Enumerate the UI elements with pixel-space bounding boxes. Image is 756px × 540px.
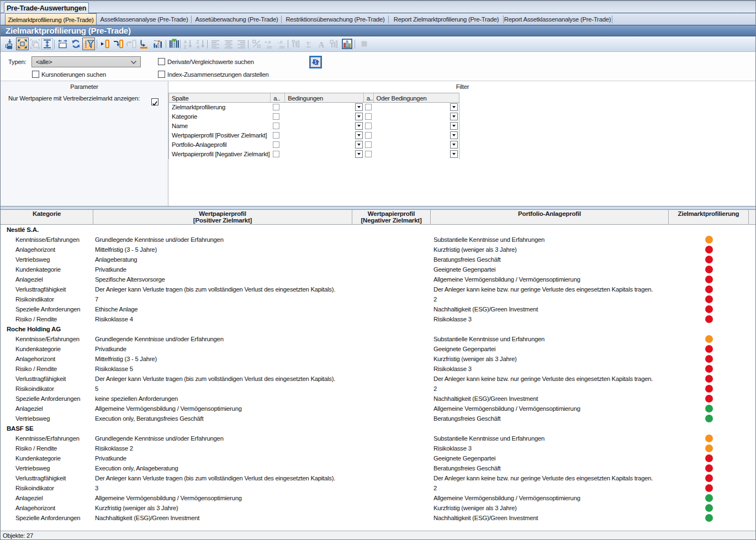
group-header-row[interactable]: Roche Holding AG [1, 324, 756, 334]
grid-row[interactable]: AnlagezielAllgemeine Vermögensbildung / … [1, 493, 756, 503]
toolbar-refresh-button[interactable] [70, 38, 82, 50]
sub-tab-1[interactable]: Zielmarktprofilierung (Pre-Trade) [5, 13, 97, 25]
or-condition-dropdown-button[interactable] [450, 113, 458, 120]
grid-row[interactable]: KundenkategoriePrivatkundeGeeignete Gege… [1, 344, 756, 354]
grid-row[interactable]: Spezielle Anforderungenkeine speziellen … [1, 394, 756, 404]
grid-row[interactable]: AnlagezielSpezifische AltersvorsorgeAllg… [1, 274, 756, 284]
filter-active-checkbox[interactable] [273, 141, 279, 148]
toolbar-drill-down-button[interactable] [138, 38, 150, 50]
show-only-checkbox[interactable] [151, 98, 158, 105]
toolbar-fit-height-button[interactable] [41, 38, 53, 50]
grid-row[interactable]: VerlusttragfähigkeitDer Anleger kann Ver… [1, 374, 756, 384]
toolbar-show-hierarchy-button[interactable] [168, 38, 179, 50]
filter-or-active-checkbox[interactable] [365, 123, 372, 129]
grid-column-header[interactable]: Wertpapierprofil[Negativer Zielmarkt] [352, 210, 431, 224]
or-condition-dropdown-button[interactable] [450, 141, 458, 149]
filter-column-header[interactable]: a.. [271, 93, 285, 102]
kursnotierungen-checkbox[interactable] [32, 71, 39, 78]
grid-row[interactable]: VerlusttragfähigkeitDer Anleger kann Ver… [1, 473, 756, 483]
grid-row[interactable]: AnlagehorizontMittelfristig (3 - 5 Jahre… [1, 354, 756, 364]
grid-column-header[interactable]: Zielmarktprofilierung [669, 210, 749, 224]
condition-dropdown-button[interactable] [355, 131, 363, 139]
grid-row[interactable]: Spezielle AnforderungenEthische AnlageNa… [1, 304, 756, 314]
grid-row[interactable]: KundenkategoriePrivatkundeGeeignete Gege… [1, 453, 756, 463]
group-header-row[interactable]: BASF SE [1, 423, 756, 433]
toolbar-auto-column-width-button[interactable] [57, 38, 68, 50]
grid-row[interactable]: Risiko / RenditeRisikoklasse 2Risikoklas… [1, 443, 756, 453]
horizontal-splitter[interactable] [1, 206, 756, 210]
grid-row[interactable]: Risiko / RenditeRisikoklasse 5Risikoklas… [1, 364, 756, 374]
index-checkbox[interactable] [158, 71, 165, 78]
toolbar-attach-hierarchy-button[interactable] [4, 38, 16, 50]
grid-row[interactable]: Spezielle AnforderungenNachhaltigkeit (E… [1, 513, 756, 523]
condition-dropdown-button[interactable] [355, 113, 363, 120]
grid-row[interactable]: AnlagehorizontMittelfristig (3 - 5 Jahre… [1, 245, 756, 255]
sub-tab-5[interactable]: Report Zielmarktprofilierung (Pre-Trade) [389, 13, 504, 25]
grid-row[interactable]: Kenntnisse/ErfahrungenGrundlegende Kennt… [1, 235, 756, 245]
filter-active-checkbox[interactable] [273, 113, 279, 120]
grid-row[interactable]: AnlagehorizontKurzfristig (weniger als 3… [1, 503, 756, 513]
sub-tab-2[interactable]: Assetklassenanalyse (Pre-Trade) [97, 13, 192, 25]
or-condition-dropdown-button[interactable] [450, 103, 458, 111]
toolbar-hierarchy-chart-button[interactable] [152, 38, 163, 50]
sub-tab-6[interactable]: Report Assetklassenanalyse (Pre-Trade) [504, 13, 611, 25]
grid-row[interactable]: KundenkategoriePrivatkundeGeeignete Gege… [1, 264, 756, 274]
cell-positiver-zielmarkt: Allgemeine Vermögensbildung / Vermögenso… [93, 493, 352, 503]
align-left-icon [210, 38, 221, 50]
sub-tab-4[interactable]: Restriktionsüberwachung (Pre-Trade) [282, 13, 389, 25]
filter-column-header[interactable]: Spalte [169, 93, 271, 102]
grid-row[interactable]: Risikoindikator32 [1, 483, 756, 493]
grid-row[interactable]: VertriebswegExecution only, Anlageberatu… [1, 463, 756, 473]
or-condition-dropdown-button[interactable] [450, 131, 458, 139]
cell-portfolio-anlageprofil: 2 [431, 483, 669, 493]
filter-or-active-cell [364, 103, 374, 112]
grid-column-header[interactable]: Kategorie [1, 210, 93, 224]
cell-negativer-zielmarkt [352, 354, 431, 364]
grid-column-header[interactable]: Wertpapierprofil[Positiver Zielmarkt] [93, 210, 352, 224]
typen-select[interactable]: <alle> [31, 56, 141, 67]
filter-or-active-checkbox[interactable] [365, 104, 372, 110]
grid-row[interactable]: AnlagezielAllgemeine Vermögensbildung / … [1, 404, 756, 414]
tab-pre-trade-auswertungen[interactable]: Pre-Trade-Auswertungen [4, 2, 89, 13]
derivate-checkbox[interactable] [158, 58, 165, 65]
grid-row[interactable]: VertriebswegExecution only, Beratungsfre… [1, 414, 756, 423]
filter-column-header[interactable]: Bedingungen [285, 93, 363, 102]
filter-active-checkbox[interactable] [273, 104, 279, 110]
grid-row[interactable]: VerlusttragfähigkeitDer Anleger kann Ver… [1, 284, 756, 294]
or-condition-dropdown-button[interactable] [450, 122, 458, 130]
toolbar-step-into-button[interactable] [99, 38, 111, 50]
toolbar-filter-button[interactable] [82, 38, 95, 50]
or-condition-dropdown-button[interactable] [450, 150, 458, 158]
filter-or-active-checkbox[interactable] [365, 151, 372, 157]
filter-column-header[interactable]: Oder Bedingungen [374, 93, 459, 102]
toolbar-chart-button[interactable] [341, 38, 353, 50]
toolbar-step-over-button[interactable] [112, 38, 124, 50]
grid-row[interactable]: VertriebswegAnlageberatungBeratungsfreie… [1, 255, 756, 264]
grid-row[interactable]: Risiko / RenditeRisikoklasse 4Risikoklas… [1, 314, 756, 324]
filter-column-header[interactable]: a.. [364, 93, 374, 102]
status-dot-red [705, 355, 713, 363]
filter-active-checkbox[interactable] [273, 151, 279, 157]
grid-row[interactable]: Risikoindikator72 [1, 294, 756, 304]
sub-tab-3[interactable]: Assetüberwachung (Pre-Trade) [192, 13, 282, 25]
condition-dropdown-button[interactable] [355, 103, 363, 111]
grid-row[interactable]: Kenntnisse/ErfahrungenGrundlegende Kennt… [1, 334, 756, 344]
condition-dropdown-button[interactable] [355, 122, 363, 130]
grid-row[interactable]: Kenntnisse/ErfahrungenGrundlegende Kennt… [1, 433, 756, 443]
filter-grid-header: Spaltea..Bedingungena..Oder Bedingungen [169, 93, 459, 103]
filter-active-checkbox[interactable] [273, 132, 279, 139]
grid-row[interactable]: Risikoindikator52 [1, 384, 756, 394]
cell-kategorie: Spezielle Anforderungen [1, 394, 93, 404]
filter-or-active-checkbox[interactable] [365, 141, 372, 148]
condition-dropdown-button[interactable] [355, 141, 363, 149]
cell-kategorie: Risiko / Rendite [1, 314, 93, 324]
refresh-search-button[interactable] [309, 56, 322, 68]
group-header-row[interactable]: Nestlé S.A. [1, 225, 756, 235]
filter-active-checkbox[interactable] [273, 123, 279, 129]
filter-or-active-checkbox[interactable] [365, 113, 372, 120]
filter-or-active-checkbox[interactable] [365, 132, 372, 139]
condition-dropdown-button[interactable] [355, 150, 363, 158]
toolbar-fit-selection-button[interactable] [16, 38, 29, 50]
cell-positiver-zielmarkt: Kurzfristig (weniger als 3 Jahre) [93, 503, 352, 513]
grid-column-header[interactable]: Portfolio-Anlageprofil [431, 210, 669, 224]
